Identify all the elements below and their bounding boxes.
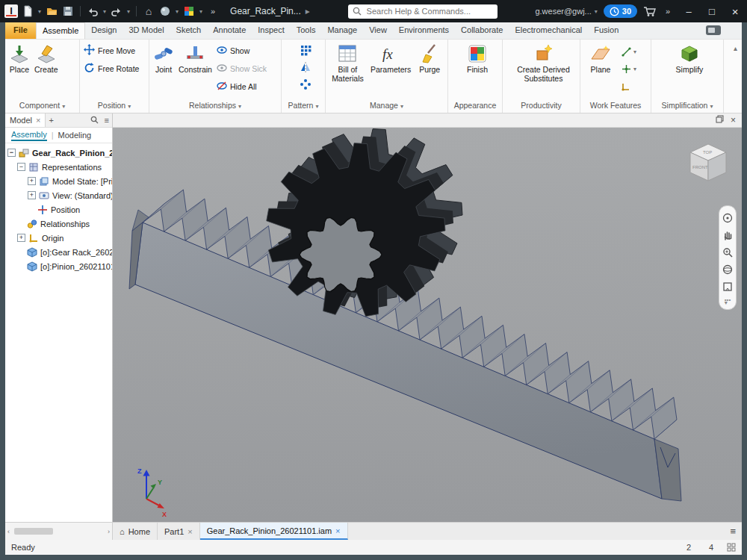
appearance-icon[interactable] bbox=[182, 4, 196, 18]
constrain-button[interactable]: Constrain bbox=[177, 42, 214, 75]
mirror-button[interactable] bbox=[298, 59, 313, 75]
look-at-icon[interactable] bbox=[722, 281, 733, 292]
show-sick-button[interactable]: Show Sick bbox=[215, 60, 268, 77]
tab-3d-model[interactable]: 3D Model bbox=[123, 22, 170, 39]
free-rotate-button[interactable]: Free Rotate bbox=[82, 60, 140, 77]
tab-design[interactable]: Design bbox=[85, 22, 123, 39]
expander-icon[interactable]: + bbox=[17, 234, 25, 242]
doc-tab-part1[interactable]: Part1 × bbox=[158, 523, 200, 540]
display-mode-icon[interactable] bbox=[706, 25, 721, 35]
undo-icon[interactable] bbox=[86, 4, 99, 18]
tree-item-model-state[interactable]: + Model State: [Prim bbox=[5, 174, 112, 188]
undo-caret-icon[interactable]: ▾ bbox=[103, 8, 106, 15]
place-button[interactable]: Place bbox=[7, 42, 31, 75]
inventor-logo[interactable]: I bbox=[4, 4, 18, 18]
tree-item-representations[interactable]: − Representations bbox=[5, 160, 112, 174]
browser-hscrollbar[interactable]: ‹ › bbox=[5, 523, 113, 540]
free-move-button[interactable]: Free Move bbox=[82, 42, 137, 59]
scroll-left-icon[interactable]: ‹ bbox=[5, 528, 12, 535]
group-label-appearance[interactable]: Appearance bbox=[448, 101, 502, 113]
tree-item-pinion[interactable]: [o]:Pinion_26021101: bbox=[5, 259, 112, 273]
tab-annotate[interactable]: Annotate bbox=[207, 22, 252, 39]
expander-icon[interactable]: + bbox=[28, 177, 36, 185]
joint-button[interactable]: Joint bbox=[152, 42, 176, 75]
doc-tabs-menu-icon[interactable]: ≡ bbox=[724, 523, 742, 540]
group-label-manage[interactable]: Manage▾ bbox=[326, 101, 447, 113]
tab-collaborate[interactable]: Collaborate bbox=[455, 22, 509, 39]
group-label-simplification[interactable]: Simplification▾ bbox=[651, 101, 723, 113]
tab-fusion[interactable]: Fusion bbox=[588, 22, 624, 39]
tree-item-position[interactable]: Position bbox=[5, 202, 112, 217]
doc-restore-icon[interactable] bbox=[716, 115, 724, 125]
finish-button[interactable]: Finish bbox=[465, 42, 489, 75]
create-derived-substitutes-button[interactable]: Create Derived Substitutes bbox=[509, 42, 578, 84]
tree-item-root[interactable]: − Gear_Rack_Pinion_260 bbox=[5, 146, 112, 160]
subtab-assembly[interactable]: Assembly bbox=[11, 130, 47, 141]
tree-item-gear-rack[interactable]: [o]:Gear Rack_260211 bbox=[5, 245, 112, 259]
tree-item-origin[interactable]: + Origin bbox=[5, 231, 112, 245]
search-input[interactable] bbox=[365, 6, 493, 16]
material-icon[interactable] bbox=[158, 4, 172, 18]
scrollbar-thumb[interactable] bbox=[14, 528, 53, 535]
tab-tools[interactable]: Tools bbox=[291, 22, 322, 39]
redo-icon[interactable] bbox=[110, 4, 123, 18]
tab-environments[interactable]: Environments bbox=[393, 22, 455, 39]
tab-assemble[interactable]: Assemble bbox=[36, 22, 85, 39]
hide-all-button[interactable]: Hide All bbox=[215, 78, 268, 95]
zoom-icon[interactable] bbox=[722, 247, 733, 258]
maximize-button[interactable]: □ bbox=[703, 3, 721, 19]
minimize-button[interactable]: – bbox=[680, 3, 698, 19]
group-label-work-features[interactable]: Work Features bbox=[580, 101, 651, 113]
ucs-button[interactable] bbox=[620, 78, 639, 94]
point-button[interactable]: ▾ bbox=[620, 60, 639, 77]
status-grid-icon[interactable] bbox=[727, 543, 736, 552]
toolbar-overflow-icon[interactable]: » bbox=[206, 4, 220, 18]
doc-tab-assembly[interactable]: Gear_Rack_Pinion_26021101.iam × bbox=[200, 523, 348, 540]
new-file-caret-icon[interactable]: ▾ bbox=[38, 8, 41, 15]
scroll-right-icon[interactable]: › bbox=[105, 528, 112, 535]
account-menu[interactable]: g.weser@gwj... ▾ bbox=[535, 7, 598, 16]
redo-caret-icon[interactable]: ▾ bbox=[127, 8, 130, 15]
expander-icon[interactable]: − bbox=[17, 163, 25, 171]
tab-inspect[interactable]: Inspect bbox=[252, 22, 290, 39]
ribbon-collapse-button[interactable]: ▴ bbox=[734, 44, 737, 52]
tab-file[interactable]: File bbox=[5, 22, 36, 39]
tab-electromechanical[interactable]: Electromechanical bbox=[509, 22, 588, 39]
group-label-position[interactable]: Position▾ bbox=[80, 101, 149, 113]
home-icon[interactable]: ⌂ bbox=[142, 4, 155, 18]
simplify-button[interactable]: Simplify bbox=[675, 42, 705, 75]
new-file-icon[interactable] bbox=[21, 4, 34, 18]
tree-item-relationships[interactable]: Relationships bbox=[5, 217, 112, 231]
open-icon[interactable] bbox=[45, 4, 58, 18]
parameters-button[interactable]: fx Parameters bbox=[369, 42, 413, 75]
add-browser-tab-button[interactable]: + bbox=[46, 116, 56, 125]
create-button[interactable]: Create bbox=[33, 42, 60, 75]
tab-manage[interactable]: Manage bbox=[321, 22, 363, 39]
navbar-more-icon[interactable]: •••▾ bbox=[725, 299, 731, 305]
browser-menu-icon[interactable]: ≡ bbox=[102, 116, 112, 125]
tab-sketch[interactable]: Sketch bbox=[170, 22, 208, 39]
view-cube[interactable]: TOP FRONT bbox=[684, 138, 733, 187]
subtab-modeling[interactable]: Modeling bbox=[58, 131, 92, 140]
expander-icon[interactable]: − bbox=[7, 149, 16, 157]
bill-of-materials-button[interactable]: Bill of Materials bbox=[328, 42, 368, 84]
trial-timer-badge[interactable]: 30 bbox=[604, 4, 637, 18]
save-icon[interactable] bbox=[61, 4, 75, 18]
browser-tab-close-icon[interactable]: × bbox=[36, 116, 40, 125]
viewport-3d[interactable]: Z X Y TOP FRONT bbox=[113, 128, 742, 522]
browser-search-icon[interactable] bbox=[87, 116, 102, 125]
group-label-component[interactable]: Component▾ bbox=[5, 101, 79, 113]
show-button[interactable]: Show bbox=[215, 42, 268, 59]
doc-tab-home[interactable]: ⌂ Home bbox=[113, 523, 158, 540]
browser-tab-model[interactable]: Model × bbox=[5, 113, 46, 127]
close-button[interactable]: × bbox=[726, 3, 744, 19]
orbit-icon[interactable] bbox=[722, 264, 733, 275]
rectangular-pattern-button[interactable] bbox=[298, 42, 313, 58]
axis-button[interactable]: ▾ bbox=[620, 43, 639, 60]
group-label-relationships[interactable]: Relationships▾ bbox=[149, 101, 281, 113]
tab-view[interactable]: View bbox=[363, 22, 393, 39]
appearance-caret-icon[interactable]: ▾ bbox=[199, 8, 202, 15]
help-search-box[interactable] bbox=[348, 4, 498, 19]
group-label-productivity[interactable]: Productivity bbox=[503, 101, 580, 113]
doc-tab-close-icon[interactable]: × bbox=[335, 526, 340, 535]
